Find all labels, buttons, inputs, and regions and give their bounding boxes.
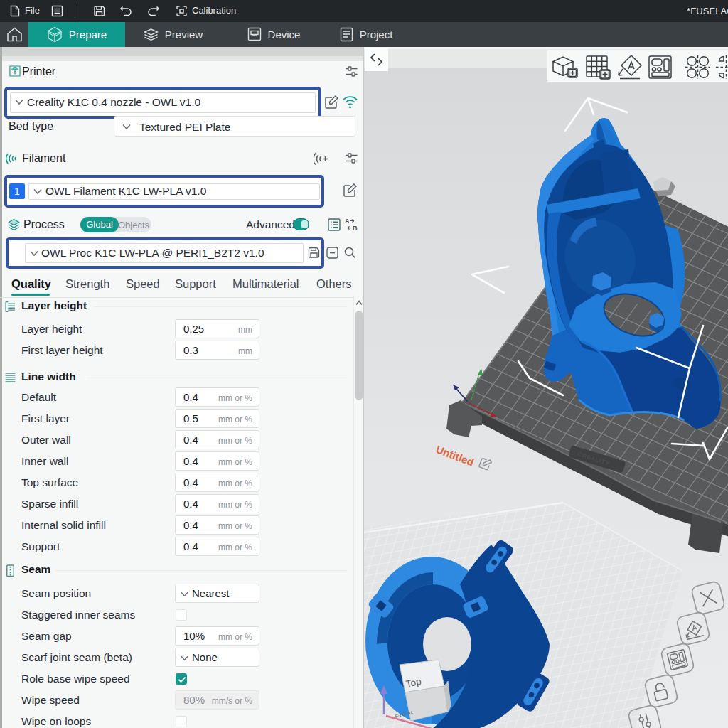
svg-text:A: A [345,218,350,225]
svg-text:B: B [353,225,358,231]
